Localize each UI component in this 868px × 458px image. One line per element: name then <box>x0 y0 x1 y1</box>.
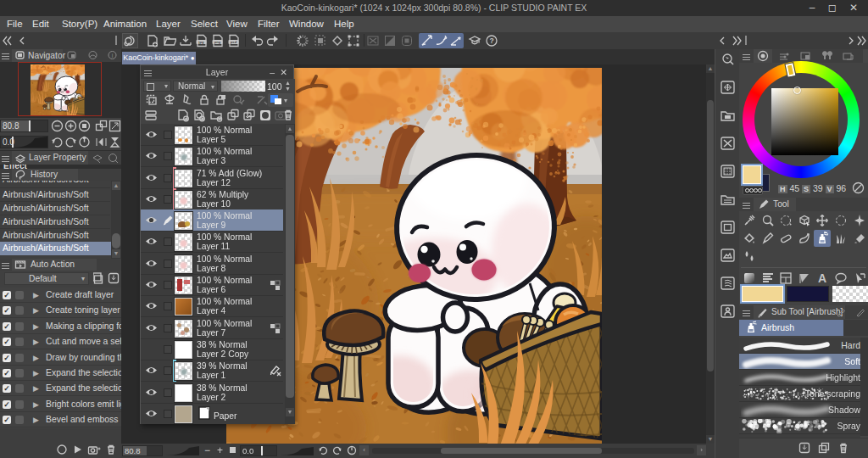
svg-text:i: i <box>112 53 114 59</box>
svg-text:jpg: jpg <box>198 40 204 44</box>
svg-text:?: ? <box>489 36 493 45</box>
svg-text:psd: psd <box>231 40 237 44</box>
svg-text:png: png <box>214 40 221 44</box>
svg-text:A: A <box>818 271 826 285</box>
